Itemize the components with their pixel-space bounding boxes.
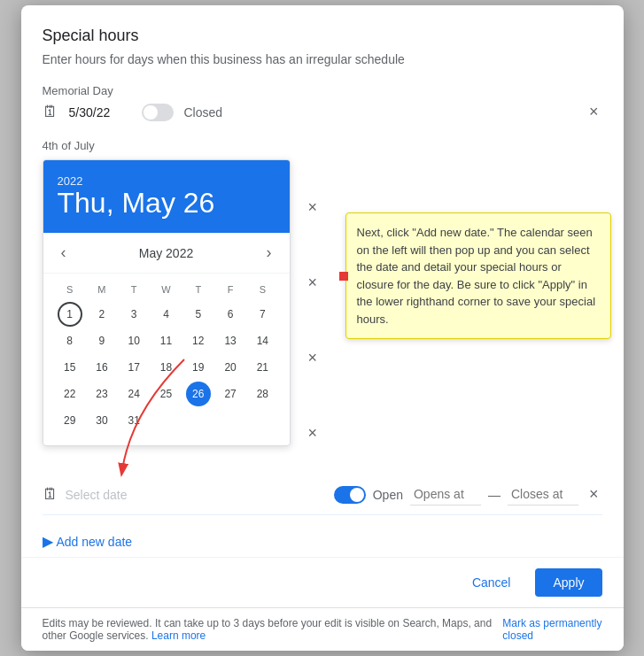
memorial-day-row: 🗓 5/30/22 Closed ×	[43, 99, 602, 125]
cal-date-2[interactable]: 2	[89, 302, 114, 327]
cal-date-24[interactable]: 24	[121, 382, 146, 406]
cal-date-7[interactable]: 7	[250, 302, 275, 327]
calendar-icon-memorial: 🗓	[43, 103, 58, 121]
calendar-nav: ‹ May 2022 ›	[43, 233, 290, 274]
tooltip-box: Next, click "Add new date." The calendar…	[345, 212, 611, 339]
cal-date-empty-4	[250, 408, 275, 433]
modal-body: Special hours Enter hours for days when …	[21, 5, 624, 557]
add-new-date-button[interactable]: ▶ Add new date	[43, 526, 602, 557]
select-date-placeholder[interactable]: Select date	[66, 488, 327, 502]
special-hours-modal: Special hours Enter hours for days when …	[21, 5, 624, 651]
cal-date-18[interactable]: 18	[153, 355, 178, 380]
cal-date-11[interactable]: 11	[153, 328, 178, 353]
prev-month-button[interactable]: ‹	[54, 240, 74, 266]
add-icon: ▶	[43, 533, 53, 550]
calendar-year: 2022	[58, 174, 275, 188]
cal-date-28[interactable]: 28	[250, 382, 275, 406]
close-buttons-column: × × × ×	[305, 159, 322, 446]
cal-date-20[interactable]: 20	[218, 355, 243, 380]
memorial-day-closed-label: Closed	[184, 105, 223, 120]
cal-date-27[interactable]: 27	[218, 382, 243, 406]
row-close-button-2[interactable]: ×	[305, 270, 322, 296]
calendar-section: 2022 Thu, May 26 ‹ May 2022 › S M T W	[43, 159, 602, 446]
calendar-day-headers: S M T W T F S	[54, 281, 279, 298]
day-header-s2: S	[246, 281, 278, 298]
calendar-month-year: May 2022	[139, 246, 193, 260]
mark-permanently-closed-link[interactable]: Mark as permanently closed	[502, 617, 601, 642]
cal-date-9[interactable]: 9	[89, 328, 114, 353]
cal-date-empty-1	[153, 408, 178, 433]
cal-date-12[interactable]: 12	[186, 328, 211, 353]
calendar-icon-select: 🗓	[43, 485, 58, 504]
cancel-button[interactable]: Cancel	[458, 568, 525, 597]
calendar-dates: 1 2 3 4 5 6 7 8 9 10 11 12	[54, 302, 279, 433]
arrow-container	[43, 457, 602, 475]
cal-date-30[interactable]: 30	[89, 408, 114, 433]
cal-date-23[interactable]: 23	[89, 382, 114, 406]
cal-date-4[interactable]: 4	[153, 302, 178, 327]
cal-date-6[interactable]: 6	[218, 302, 243, 327]
cal-date-empty-2	[186, 408, 211, 433]
fourth-of-july-label: 4th of July	[43, 139, 602, 152]
day-header-t2: T	[182, 281, 214, 298]
select-date-row: 🗓 Select date Open — ×	[43, 475, 602, 515]
memorial-day-close-button[interactable]: ×	[586, 99, 602, 125]
row-close-button-1[interactable]: ×	[305, 195, 322, 220]
calendar-grid: S M T W T F S 1 2 3	[43, 274, 290, 444]
row-close-button-3[interactable]: ×	[305, 345, 322, 371]
select-date-toggle[interactable]	[334, 486, 366, 504]
calendar-selected-date: Thu, May 26	[58, 188, 275, 219]
cal-date-15[interactable]: 15	[58, 355, 82, 380]
cal-date-1[interactable]: 1	[58, 302, 82, 327]
memorial-day-date: 5/30/22	[69, 105, 131, 120]
tooltip-dot	[339, 272, 348, 281]
day-header-w: W	[150, 281, 182, 298]
cal-date-3[interactable]: 3	[121, 302, 146, 327]
day-header-s1: S	[54, 281, 86, 298]
cal-date-17[interactable]: 17	[121, 355, 146, 380]
dash-separator: —	[488, 488, 500, 502]
closes-at-input[interactable]	[508, 483, 578, 506]
info-text: Edits may be reviewed. It can take up to…	[43, 617, 503, 642]
calendar-picker: 2022 Thu, May 26 ‹ May 2022 › S M T W	[43, 159, 291, 446]
cal-date-22[interactable]: 22	[58, 382, 82, 406]
modal-title: Special hours	[43, 27, 602, 45]
cal-date-25[interactable]: 25	[153, 382, 178, 406]
modal-description: Enter hours for days when this business …	[43, 52, 602, 66]
memorial-day-label: Memorial Day	[43, 84, 602, 97]
calendar-header: 2022 Thu, May 26	[43, 160, 290, 233]
cal-date-10[interactable]: 10	[121, 328, 146, 353]
select-date-close-button[interactable]: ×	[586, 482, 602, 507]
row-close-button-4[interactable]: ×	[305, 421, 322, 446]
cal-date-5[interactable]: 5	[186, 302, 211, 327]
cal-date-21[interactable]: 21	[250, 355, 275, 380]
cal-date-14[interactable]: 14	[250, 328, 275, 353]
info-bar: Edits may be reviewed. It can take up to…	[21, 607, 624, 651]
next-month-button[interactable]: ›	[259, 240, 278, 266]
cal-date-8[interactable]: 8	[58, 328, 82, 353]
learn-more-link[interactable]: Learn more	[151, 629, 206, 642]
day-header-m: M	[86, 281, 118, 298]
memorial-day-toggle[interactable]	[142, 104, 174, 121]
day-header-t1: T	[118, 281, 150, 298]
add-new-date-label: Add new date	[57, 535, 133, 549]
cal-date-empty-3	[218, 408, 243, 433]
tooltip-text: Next, click "Add new date." The calendar…	[357, 226, 596, 326]
apply-button[interactable]: Apply	[535, 568, 601, 597]
cal-date-16[interactable]: 16	[89, 355, 114, 380]
cal-date-31[interactable]: 31	[121, 408, 146, 433]
cal-date-29[interactable]: 29	[58, 408, 82, 433]
open-label: Open	[373, 488, 403, 502]
modal-overlay: Special hours Enter hours for days when …	[0, 0, 644, 656]
cal-date-19[interactable]: 19	[186, 355, 211, 380]
day-header-f: F	[214, 281, 246, 298]
cal-date-13[interactable]: 13	[218, 328, 243, 353]
opens-at-input[interactable]	[410, 483, 481, 506]
modal-footer: Cancel Apply	[21, 557, 624, 607]
cal-date-26[interactable]: 26	[186, 382, 211, 406]
